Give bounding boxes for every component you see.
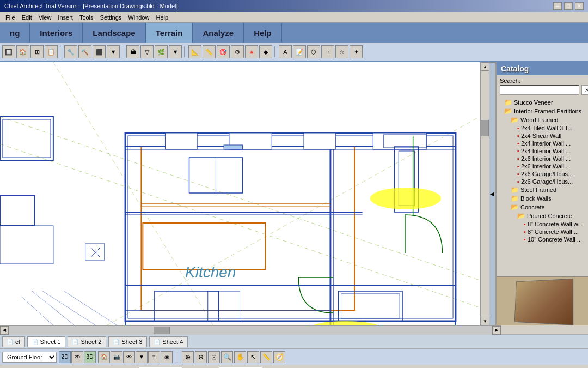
vertical-scrollbar[interactable]: ▲ ▼ — [480, 62, 489, 325]
sheet-tab-el[interactable]: 📄 el — [2, 336, 25, 347]
nav-tab-terrain[interactable]: Terrain — [146, 23, 193, 43]
toolbar-btn-12[interactable]: ▼ — [169, 45, 182, 58]
pan-button[interactable]: ✋ — [234, 351, 246, 363]
toolbar-btn-22[interactable]: ○ — [321, 45, 334, 58]
layer-icon-button[interactable]: ≡ — [148, 351, 160, 363]
h-scroll-thumb[interactable] — [154, 327, 170, 334]
object-icon-button[interactable]: ▼ — [136, 351, 148, 363]
toolbar-btn-14[interactable]: 📏 — [203, 45, 216, 58]
tree-item-interior-framed[interactable]: 📂 Interior Framed Partitions — [498, 107, 587, 116]
tree-item-2x4-shear[interactable]: ▪ 2x4 Shear Wall — [498, 132, 587, 140]
toolbar-btn-15[interactable]: 🎯 — [217, 45, 230, 58]
select-button[interactable]: ↖ — [247, 351, 259, 363]
toolbar-btn-3[interactable]: ⊞ — [30, 45, 44, 58]
toolbar-btn-2[interactable]: 🏠 — [16, 45, 29, 58]
view-3d-button[interactable]: 3D — [84, 351, 96, 363]
h-scroll-track[interactable] — [9, 326, 492, 335]
catalog-filter-dropdown[interactable]: Show all Favorites Recent — [581, 85, 588, 95]
menu-file[interactable]: File — [2, 13, 19, 22]
toolbar-btn-10[interactable]: ▽ — [140, 45, 154, 58]
scroll-thumb[interactable] — [481, 120, 489, 136]
nav-tab-help[interactable]: Help — [244, 23, 282, 43]
title-bar-buttons[interactable]: ─ □ ✕ — [553, 2, 584, 10]
toolbar-btn-5[interactable]: 🔧 — [64, 45, 77, 58]
tree-item-2x6-interior-1[interactable]: ▪ 2x6 Interior Wall ... — [498, 155, 587, 162]
nav-tab-ng[interactable]: ng — [0, 23, 30, 43]
toolbar-btn-21[interactable]: ⬡ — [307, 45, 320, 58]
tree-item-2x4-tiled[interactable]: ▪ 2x4 Tiled Wall 3 T... — [498, 124, 587, 132]
nav-tab-landscape[interactable]: Landscape — [83, 23, 145, 43]
toolbar-btn-19[interactable]: A — [279, 45, 292, 58]
tree-item-2x6-garage-2[interactable]: ▪ 2x6 Garage/Hous... — [498, 178, 587, 185]
zoom-out-button[interactable]: ⊖ — [195, 351, 207, 363]
camera-icon-button[interactable]: 📷 — [111, 351, 122, 363]
sheet-tab-2[interactable]: 📄 Sheet 2 — [68, 336, 106, 347]
horizontal-scrollbar[interactable]: ◀ ▶ — [0, 325, 501, 334]
tree-item-2x6-interior-2[interactable]: ▪ 2x6 Interior Wall ... — [498, 162, 587, 170]
nav-tab-interiors[interactable]: Interiors — [30, 23, 83, 43]
tree-item-2x4-interior-1[interactable]: ▪ 2x4 Interior Wall ... — [498, 140, 587, 147]
scroll-track[interactable] — [481, 71, 489, 317]
menu-view[interactable]: View — [35, 13, 55, 22]
toolbar-btn-16[interactable]: ⚙ — [231, 45, 244, 58]
close-button[interactable]: ✕ — [575, 2, 584, 10]
tree-item-concrete[interactable]: 📂 Concrete — [498, 203, 587, 212]
toolbar-btn-20[interactable]: 📝 — [293, 45, 306, 58]
tree-item-2x6-garage-1[interactable]: ▪ 2x6 Garage/Hous... — [498, 170, 587, 178]
view-2d-button[interactable]: 2D — [59, 351, 71, 363]
zoom-in-button[interactable]: ⊕ — [182, 351, 194, 363]
scroll-left-button[interactable]: ◀ — [0, 326, 9, 335]
menu-help[interactable]: Help — [152, 13, 171, 22]
minimize-button[interactable]: ─ — [553, 2, 562, 10]
tree-item-stucco[interactable]: 📁 Stucco Veneer — [498, 98, 587, 107]
toolbar-btn-4[interactable]: 📋 — [45, 45, 58, 58]
toolbar-btn-13[interactable]: 📐 — [188, 45, 201, 58]
nav-tab-analyze[interactable]: Analyze — [193, 23, 244, 43]
tree-item-block-walls[interactable]: 📁 Block Walls — [498, 194, 587, 203]
toolbar-btn-8[interactable]: ▼ — [107, 45, 120, 58]
sheet-tab-1[interactable]: 📄 Sheet 1 — [27, 336, 66, 347]
scroll-right-button[interactable]: ▶ — [492, 326, 501, 335]
tree-item-8in-wall-2[interactable]: ▪ 8" Concrete Wall ... — [498, 228, 587, 236]
scroll-down-button[interactable]: ▼ — [481, 317, 489, 325]
toolbar-btn-17[interactable]: 🔺 — [245, 45, 258, 58]
tree-item-10in-wall[interactable]: ▪ 10" Concrete Wall ... — [498, 236, 587, 243]
catalog-panel: Catalog Search: Show all Favorites Recen… — [495, 62, 588, 325]
sheet-icon: 📄 — [154, 339, 160, 345]
view-2d-iso-button[interactable]: 2D — [71, 351, 83, 363]
tree-item-2x4-interior-2[interactable]: ▪ 2x4 Interior Wall ... — [498, 147, 587, 155]
toolbar-btn-9[interactable]: 🏔 — [126, 45, 139, 58]
toolbar-btn-23[interactable]: ☆ — [335, 45, 348, 58]
toolbar-btn-6[interactable]: 🔨 — [78, 45, 91, 58]
menu-window[interactable]: Window — [125, 13, 152, 22]
sheet-icon: 📄 — [113, 339, 119, 345]
tree-item-wood-framed[interactable]: 📂 Wood Framed — [498, 116, 587, 124]
floorplan-icon-button[interactable]: 🏠 — [98, 351, 110, 363]
menu-insert[interactable]: Insert — [54, 13, 76, 22]
sheet-tab-3[interactable]: 📄 Sheet 3 — [108, 336, 147, 347]
drawing-area[interactable]: Kitchen — [0, 62, 480, 325]
nav-button[interactable]: 🧭 — [273, 351, 285, 363]
toolbar-btn-7[interactable]: ⬛ — [93, 45, 106, 58]
sheet-tab-4[interactable]: 📄 Sheet 4 — [149, 336, 188, 347]
toolbar-btn-24[interactable]: ✦ — [350, 45, 363, 58]
catalog-toggle-button[interactable]: ◀ — [489, 62, 495, 325]
scroll-up-button[interactable]: ▲ — [481, 62, 489, 71]
material-icon-button[interactable]: ◉ — [161, 351, 173, 363]
menu-settings[interactable]: Settings — [97, 13, 125, 22]
catalog-search-input[interactable] — [500, 85, 579, 95]
tree-item-steel-framed[interactable]: 📁 Steel Framed — [498, 185, 587, 194]
maximize-button[interactable]: □ — [564, 2, 573, 10]
toolbar-btn-11[interactable]: 🌿 — [155, 45, 168, 58]
zoom-fit-button[interactable]: ⊡ — [208, 351, 220, 363]
toolbar-btn-18[interactable]: ◆ — [259, 45, 272, 58]
toolbar-btn-1[interactable]: 🔲 — [2, 45, 15, 58]
eye-icon-button[interactable]: 👁 — [123, 351, 135, 363]
tree-item-poured-concrete[interactable]: 📂 Poured Concrete — [498, 212, 587, 220]
menu-tools[interactable]: Tools — [76, 13, 97, 22]
tree-item-8in-wall-1[interactable]: ▪ 8" Concrete Wall w... — [498, 220, 587, 228]
menu-edit[interactable]: Edit — [19, 13, 35, 22]
zoom-window-button[interactable]: 🔍 — [221, 351, 233, 363]
floor-dropdown[interactable]: Ground Floor Second Floor Foundation — [2, 352, 57, 363]
measure-button[interactable]: 📏 — [260, 351, 272, 363]
